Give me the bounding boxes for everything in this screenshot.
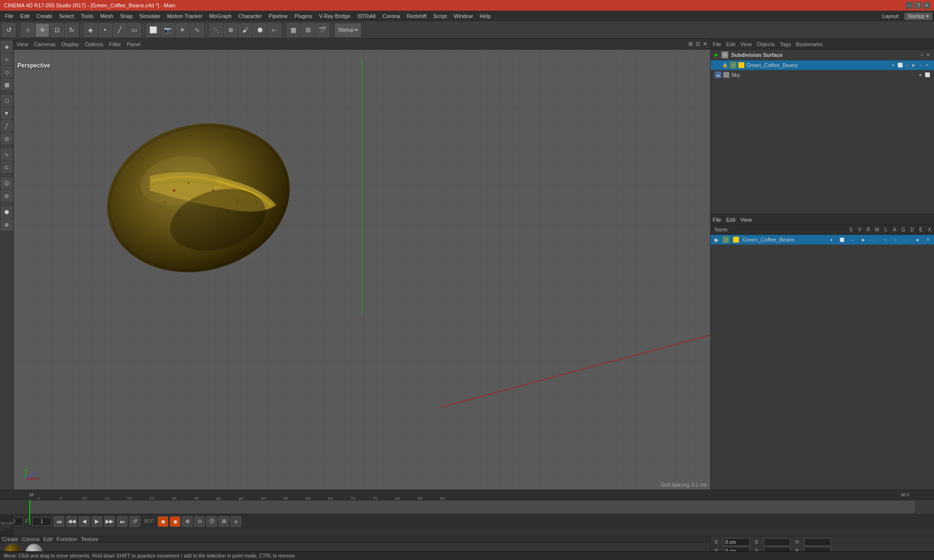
play-button[interactable]: ▶ bbox=[91, 516, 102, 527]
menu-item-redshift[interactable]: Redshift bbox=[404, 12, 429, 20]
menu-item-plugins[interactable]: Plugins bbox=[291, 12, 315, 20]
play-back-button[interactable]: ◀ bbox=[79, 516, 90, 527]
viewport-menu-display[interactable]: Display bbox=[61, 41, 79, 47]
generator-add[interactable]: ⊕ bbox=[224, 23, 237, 37]
timeline-playhead[interactable] bbox=[29, 500, 30, 524]
menu-item-mesh[interactable]: Mesh bbox=[97, 12, 116, 20]
sky-vis-1[interactable]: ● bbox=[917, 72, 923, 77]
attr-a[interactable]: ◁ bbox=[880, 238, 889, 242]
restore-button[interactable]: ❐ bbox=[915, 2, 921, 9]
tool-button-5[interactable]: ∿ bbox=[1, 149, 13, 160]
viewport-menu-view[interactable]: View bbox=[17, 41, 28, 47]
tool-button-2[interactable]: ▼ bbox=[1, 107, 13, 119]
loop-button[interactable]: ↺ bbox=[129, 516, 140, 527]
render-button[interactable]: ≡ bbox=[231, 516, 241, 527]
om-objects[interactable]: Objects bbox=[756, 41, 774, 47]
render-settings[interactable]: 🎬 bbox=[316, 23, 329, 37]
mat-tab-edit[interactable]: Edit bbox=[43, 536, 53, 542]
auto-key-button[interactable]: ⊙ bbox=[194, 516, 205, 527]
attr-v[interactable]: ⬜ bbox=[838, 238, 846, 242]
paint-tool[interactable]: 🖌 bbox=[238, 23, 252, 37]
attr-file[interactable]: File bbox=[713, 217, 721, 223]
attr-s[interactable]: ● bbox=[827, 238, 836, 242]
cube-primitive[interactable]: ⬜ bbox=[146, 23, 160, 37]
menu-item-select[interactable]: Select bbox=[56, 12, 77, 20]
menu-item-3dtoall[interactable]: 3DToAll bbox=[354, 12, 378, 20]
undo-button[interactable]: ↺ bbox=[2, 23, 16, 37]
om-edit[interactable]: Edit bbox=[726, 41, 736, 47]
attr-g[interactable]: ⊹ bbox=[891, 238, 900, 242]
object-mode[interactable]: ◈ bbox=[84, 23, 97, 37]
tool-button-4[interactable]: ◎ bbox=[1, 133, 13, 144]
menu-item-simulate[interactable]: Simulate bbox=[137, 12, 163, 20]
menu-item-file[interactable]: File bbox=[2, 12, 17, 20]
canvas-area[interactable]: Perspective bbox=[14, 50, 710, 490]
mode-button-4[interactable]: ▦ bbox=[1, 79, 13, 90]
prev-frame-button[interactable]: ◀◀ bbox=[66, 516, 77, 527]
spline-tool[interactable]: ∿ bbox=[190, 23, 204, 37]
menu-item-pipeline[interactable]: Pipeline bbox=[266, 12, 290, 20]
h-input[interactable] bbox=[804, 538, 831, 546]
viewport-maximize[interactable]: ⊡ bbox=[696, 41, 700, 47]
subdiv-arrow[interactable]: ▶ bbox=[715, 52, 718, 57]
tool-button-8[interactable]: ⊘ bbox=[1, 190, 13, 202]
attr-obj-coffee[interactable]: ▶ ⬡ Green_Coffee_Beans ● ⬜ — ▶ ↕ ◁ ⊹ ↓ ◀… bbox=[711, 235, 934, 245]
menu-item-corona[interactable]: Corona bbox=[379, 12, 403, 20]
tool-button-9[interactable]: ⬣ bbox=[1, 206, 13, 218]
menu-item-motion-tracker[interactable]: Motion Tracker bbox=[164, 12, 205, 20]
vis-4[interactable]: ▶ bbox=[911, 63, 916, 68]
viewport-expand[interactable]: ⊞ bbox=[688, 41, 693, 47]
attr-x[interactable]: ✕ bbox=[923, 238, 932, 242]
attr-r[interactable]: — bbox=[848, 238, 857, 242]
light-add[interactable]: ☀ bbox=[176, 23, 189, 37]
scale-tool[interactable]: ⊡ bbox=[50, 23, 64, 37]
viewport-menu-options[interactable]: Options bbox=[85, 41, 103, 47]
viewport-menu-cameras[interactable]: Cameras bbox=[34, 41, 56, 47]
sculpt-tool[interactable]: ⬣ bbox=[253, 23, 267, 37]
om-tags[interactable]: Tags bbox=[780, 41, 791, 47]
x-pos-input[interactable] bbox=[723, 538, 750, 546]
viewport-menu-filter[interactable]: Filter bbox=[109, 41, 121, 47]
mode-button-3[interactable]: ◇ bbox=[1, 66, 13, 78]
viewport-menu-panel[interactable]: Panel bbox=[127, 41, 141, 47]
menu-item-character[interactable]: Character bbox=[235, 12, 265, 20]
move-tool[interactable]: ✛ bbox=[36, 23, 49, 37]
sky-vis-2[interactable]: ⬜ bbox=[924, 72, 930, 77]
minimize-button[interactable]: — bbox=[906, 2, 913, 9]
rotate-tool[interactable]: ↻ bbox=[65, 23, 78, 37]
tool-button-6[interactable]: ⊂ bbox=[1, 161, 13, 173]
om-bookmarks[interactable]: Bookmarks bbox=[796, 41, 823, 47]
vis-6[interactable]: ✕ bbox=[924, 63, 930, 68]
attr-l[interactable]: ↕ bbox=[870, 238, 879, 242]
om-file[interactable]: File bbox=[713, 41, 721, 47]
close-button[interactable]: ✕ bbox=[923, 2, 930, 9]
x-size-input[interactable] bbox=[764, 538, 790, 546]
tool-button-10[interactable]: ⊛ bbox=[1, 219, 13, 230]
subdiv-icon-1[interactable]: ✓ bbox=[920, 52, 924, 57]
object-row-coffee[interactable]: 🔒 ⬡ Green_Coffee_Beans ● ⬜ — ▶ ↕ ✕ bbox=[711, 60, 934, 70]
menu-item-script[interactable]: Script bbox=[431, 12, 450, 20]
ik-button[interactable]: Ⓟ bbox=[206, 516, 217, 527]
attr-e[interactable]: ◀ bbox=[913, 238, 921, 242]
edge-mode[interactable]: ╱ bbox=[113, 23, 126, 37]
mat-tab-create[interactable]: Create bbox=[2, 536, 18, 542]
viewport-close[interactable]: ✕ bbox=[703, 41, 707, 47]
attr-edit[interactable]: Edit bbox=[726, 217, 736, 223]
menu-item-mograph[interactable]: MoGraph bbox=[206, 12, 234, 20]
deformer-add[interactable]: ⋱ bbox=[209, 23, 223, 37]
camera-add[interactable]: 📷 bbox=[161, 23, 175, 37]
attr-d[interactable]: ↓ bbox=[902, 238, 911, 242]
mat-tab-corona[interactable]: Corona bbox=[22, 536, 39, 542]
menu-item-snap[interactable]: Snap bbox=[117, 12, 136, 20]
skip-start-button[interactable]: ⏮ bbox=[54, 516, 64, 527]
layout-startup[interactable]: Startup ▾ bbox=[335, 23, 361, 37]
menu-item-window[interactable]: Window bbox=[451, 12, 476, 20]
vis-2[interactable]: ⬜ bbox=[897, 63, 903, 68]
record-key-button[interactable]: ⏺ bbox=[170, 516, 180, 527]
tool-button-1[interactable]: ⬡ bbox=[1, 95, 13, 106]
timeline-content[interactable] bbox=[0, 500, 934, 514]
texture-brush[interactable]: ⟜ bbox=[268, 23, 281, 37]
object-row-sky[interactable]: ☁ Sky ● ⬜ bbox=[711, 70, 934, 80]
vis-3[interactable]: — bbox=[904, 63, 910, 68]
motion-blur-button[interactable]: ⊞ bbox=[218, 516, 229, 527]
